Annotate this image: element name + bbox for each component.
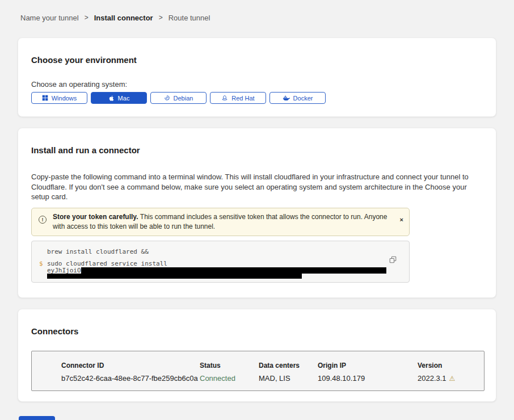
redacted-token-bar (47, 274, 302, 279)
apple-icon (108, 95, 115, 102)
col-origin-ip: Origin IP (318, 362, 418, 369)
col-data-centers: Data centers (259, 362, 318, 369)
code-line-1: brew install cloudflared && (32, 248, 386, 255)
os-button-mac[interactable]: Mac (91, 92, 147, 104)
install-description: Copy-paste the following command into a … (31, 172, 482, 202)
token-warning-banner: ! Store your token carefully. This comma… (31, 208, 410, 236)
debian-icon (164, 95, 170, 101)
warning-text: Store your token carefully. This command… (53, 212, 393, 232)
shell-prompt: $ (32, 260, 47, 267)
col-status: Status (200, 362, 259, 369)
version-cell: 2022.3.1 ⚠ (418, 374, 484, 383)
code-line-2: $ sudo cloudflared service install (32, 260, 386, 267)
table-row: b7c52c42-6caa-48ee-8c77-fbe259cb6c0a Con… (61, 374, 484, 383)
install-card-title: Install and run a connector (31, 145, 483, 156)
connectors-card-title: Connectors (31, 326, 483, 337)
version-warning-icon: ⚠ (449, 375, 456, 382)
origin-ip-value: 109.48.10.179 (318, 374, 418, 383)
table-header-row: Connector ID Status Data centers Origin … (61, 362, 484, 369)
os-button-windows[interactable]: Windows (31, 92, 87, 104)
warning-title: Store your token carefully. (53, 213, 140, 221)
install-card: Install and run a connector Copy-paste t… (18, 128, 496, 298)
breadcrumb-name-your-tunnel[interactable]: Name your tunnel (20, 14, 79, 22)
breadcrumb-install-connector[interactable]: Install connector (94, 14, 153, 22)
footer: Next (0, 402, 514, 420)
close-icon[interactable]: × (400, 217, 403, 223)
copy-icon[interactable] (389, 256, 397, 263)
version-value: 2022.3.1 (418, 374, 446, 383)
breadcrumb-separator: > (159, 14, 163, 22)
os-select-label: Choose an operating system: (31, 80, 483, 89)
os-button-redhat[interactable]: Red Hat (210, 92, 266, 104)
data-centers-value: MAD, LIS (259, 374, 318, 383)
token-prefix: eyJhIjoiO (47, 267, 81, 274)
next-button[interactable]: Next (19, 416, 55, 420)
col-version: Version (418, 362, 484, 369)
os-button-label: Mac (118, 95, 130, 102)
breadcrumb-separator: > (85, 14, 89, 22)
status-badge: Connected (200, 374, 259, 383)
code-gutter (32, 248, 47, 255)
os-button-label: Red Hat (231, 95, 254, 102)
redhat-icon (221, 95, 228, 102)
environment-card-title: Choose your environment (31, 55, 483, 65)
os-button-label: Debian (174, 95, 193, 102)
connectors-card: Connectors Connector ID Status Data cent… (18, 309, 496, 402)
os-button-debian[interactable]: Debian (150, 92, 207, 104)
alert-circle-icon: ! (39, 216, 47, 224)
code-line-token: eyJhIjoiO (32, 267, 386, 274)
install-command-code-block: brew install cloudflared && $ sudo cloud… (31, 241, 410, 283)
os-button-docker[interactable]: Docker (269, 92, 326, 104)
breadcrumb-route-tunnel[interactable]: Route tunnel (168, 14, 210, 22)
docker-icon (283, 95, 290, 101)
connector-id-value: b7c52c42-6caa-48ee-8c77-fbe259cb6c0a (61, 374, 200, 383)
os-button-row: Windows Mac Debian Red Hat (31, 92, 483, 104)
environment-card: Choose your environment Choose an operat… (18, 37, 496, 117)
connectors-table: Connector ID Status Data centers Origin … (31, 351, 484, 391)
col-connector-id: Connector ID (61, 362, 200, 369)
os-button-label: Windows (52, 95, 77, 102)
code-text: sudo cloudflared service install (47, 260, 167, 267)
windows-icon (42, 95, 48, 101)
breadcrumb: Name your tunnel > Install connector > R… (0, 0, 514, 22)
redacted-token-bar (81, 267, 386, 274)
code-text: brew install cloudflared && (47, 248, 149, 255)
os-button-label: Docker (293, 95, 313, 102)
